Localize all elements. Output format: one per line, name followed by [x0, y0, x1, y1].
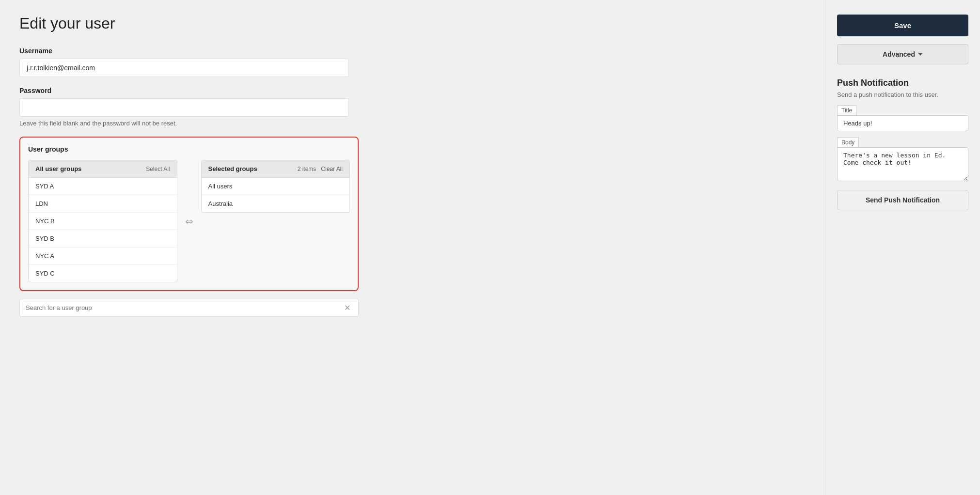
advanced-button[interactable]: Advanced [837, 44, 968, 64]
push-notification-section: Push Notification Send a push notificati… [837, 78, 968, 210]
list-item[interactable]: All users [202, 178, 350, 195]
selected-groups-panel: Selected groups 2 items Clear All All us… [201, 160, 350, 213]
password-label: Password [19, 87, 806, 94]
list-item[interactable]: NYC A [29, 248, 177, 265]
page-wrapper: Edit your user Username Password Leave t… [0, 0, 980, 495]
username-label: Username [19, 47, 806, 55]
list-item[interactable]: SYD C [29, 265, 177, 282]
pn-title-input[interactable] [837, 115, 968, 131]
advanced-label: Advanced [883, 50, 915, 58]
search-input[interactable] [26, 304, 342, 311]
push-notification-desc: Send a push notification to this user. [837, 91, 968, 98]
selected-count: 2 items [298, 166, 316, 172]
user-groups-box: User groups All user groups Select All S… [19, 137, 359, 291]
send-push-notification-button[interactable]: Send Push Notification [837, 190, 968, 210]
all-groups-list: SYD A LDN NYC B SYD B NYC A SYD C [29, 178, 177, 282]
transfer-icon-col: ⇔ [177, 216, 201, 227]
right-sidebar: Save Advanced Push Notification Send a p… [825, 0, 980, 495]
search-clear-icon[interactable]: ✕ [342, 303, 352, 312]
chevron-down-icon [918, 53, 923, 56]
main-content: Edit your user Username Password Leave t… [0, 0, 825, 495]
save-button[interactable]: Save [837, 15, 968, 36]
username-field-group: Username [19, 47, 806, 77]
transfer-icon: ⇔ [185, 216, 193, 227]
password-field-group: Password Leave this field blank and the … [19, 87, 806, 127]
pn-title-label: Title [837, 105, 856, 115]
pn-title-field-group: Title [837, 105, 968, 137]
list-item[interactable]: SYD A [29, 178, 177, 195]
pn-body-label: Body [837, 137, 859, 147]
search-bar-row: ✕ [19, 299, 359, 317]
user-groups-title: User groups [28, 145, 350, 153]
clear-all-button[interactable]: Clear All [321, 166, 343, 172]
all-groups-header: All user groups Select All [29, 160, 177, 178]
all-groups-panel: All user groups Select All SYD A LDN NYC… [28, 160, 177, 282]
list-item[interactable]: Australia [202, 195, 350, 212]
list-item[interactable]: NYC B [29, 213, 177, 230]
selected-groups-header-title: Selected groups [208, 165, 257, 172]
pn-body-textarea[interactable]: There's a new lesson in Ed. Come check i… [837, 147, 968, 181]
page-title: Edit your user [19, 15, 806, 32]
password-hint: Leave this field blank and the password … [19, 120, 806, 127]
selected-groups-header: Selected groups 2 items Clear All [202, 160, 350, 178]
list-item[interactable]: SYD B [29, 230, 177, 248]
select-all-button[interactable]: Select All [146, 166, 170, 172]
pn-body-field-group: Body There's a new lesson in Ed. Come ch… [837, 137, 968, 190]
list-item[interactable]: LDN [29, 195, 177, 213]
password-input[interactable] [19, 98, 349, 117]
selected-groups-meta: 2 items Clear All [298, 166, 343, 172]
username-input[interactable] [19, 59, 349, 77]
selected-groups-list: All users Australia [202, 178, 350, 212]
push-notification-title: Push Notification [837, 78, 968, 88]
all-groups-header-title: All user groups [35, 165, 81, 172]
groups-columns: All user groups Select All SYD A LDN NYC… [28, 160, 350, 282]
form-section: Username Password Leave this field blank… [19, 47, 806, 317]
